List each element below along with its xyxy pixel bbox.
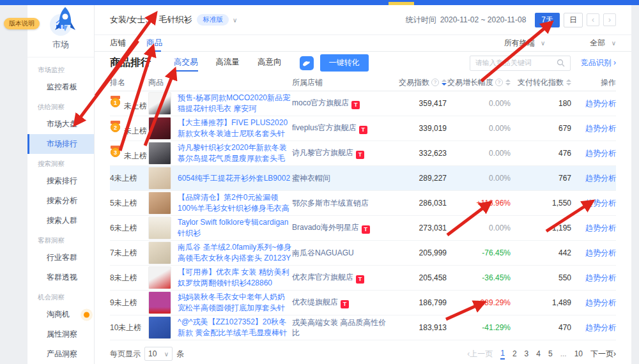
rank-number: 6 xyxy=(110,224,114,232)
next-period-button[interactable]: › xyxy=(603,13,616,26)
trend-analysis-link[interactable]: 趋势分析 xyxy=(585,99,616,108)
scope-filter-dropdown[interactable]: 全部 ∨ xyxy=(590,38,616,49)
version-note-badge[interactable]: 版本说明 xyxy=(4,18,40,29)
sidebar-item-market-ranking[interactable]: 市场排行 xyxy=(27,134,94,154)
sidebar-item-tao-opportunity[interactable]: 淘商机 xyxy=(27,305,94,324)
trend-analysis-link[interactable]: 趋势分析 xyxy=(585,273,616,282)
tab-shop[interactable]: 店铺 xyxy=(110,35,126,52)
trend-analysis-link[interactable]: 趋势分析 xyxy=(585,224,616,232)
pagination-page-1[interactable]: 1 xyxy=(500,349,505,360)
product-name-link[interactable]: 预售-杨幂同款MOCO2020新品宠猫提花针织毛衣 摩安珂 xyxy=(178,93,292,114)
col-growth[interactable]: 交易增长幅度? xyxy=(447,77,511,88)
subtab-high-intent[interactable]: 高意向 xyxy=(258,52,282,73)
product-thumbnail[interactable] xyxy=(148,316,171,339)
sidebar-menu: 市场监控 监控看板 供给洞察 市场大盘 市场排行 搜索洞察 搜索排行 搜索分析 … xyxy=(27,57,94,364)
product-name-link[interactable]: Taylor Swift folklore专辑cardigan针织衫 xyxy=(178,217,292,239)
product-thumbnail[interactable] xyxy=(148,216,171,239)
terminal-filter-dropdown[interactable]: 所有终端 ∨ xyxy=(504,38,546,49)
table-row-highlighted: 4未上榜 6054纯手工提花开衫外套LB9002 蜜神衣帽间T 289,227 … xyxy=(110,166,616,191)
dove-helper-icon[interactable] xyxy=(300,56,314,70)
subtab-high-trade[interactable]: 高交易 xyxy=(174,52,198,73)
trend-analysis-link[interactable]: 趋势分析 xyxy=(585,298,616,307)
product-name-link[interactable]: 【品牌清仓】第2件0元捡漏领100%羊毛衫女针织衫修身毛衣高领套头 xyxy=(178,192,292,214)
shop-name[interactable]: 鄂尔多斯市羊绒直销店T xyxy=(292,199,374,208)
shop-name[interactable]: fiveplus官方旗舰店T xyxy=(292,123,373,132)
product-name-link[interactable]: 妈妈装秋冬毛衣女中老年人奶奶宽松半高领圆领打底加厚套头针织衫 xyxy=(178,292,292,314)
pagination-page-5[interactable]: 5 xyxy=(548,349,553,358)
rocket-icon[interactable] xyxy=(54,6,77,40)
product-thumbnail[interactable] xyxy=(148,92,171,115)
growth-value: 0.00% xyxy=(447,224,511,232)
trend-analysis-link[interactable]: 趋势分析 xyxy=(585,323,616,332)
product-thumbnail[interactable] xyxy=(148,291,171,314)
product-name-link[interactable]: 南瓜谷 圣羊绒2.0family系列~修身高领毛衣女秋冬内搭套头 Z0123Y xyxy=(178,242,292,264)
shop-name[interactable]: 蜜神衣帽间T xyxy=(292,174,335,183)
scope-filter-label: 全部 xyxy=(590,38,605,47)
product-thumbnail[interactable] xyxy=(148,192,171,215)
sidebar-item-monitor-board[interactable]: 监控看板 xyxy=(27,77,94,97)
product-thumbnail[interactable] xyxy=(148,167,171,190)
trend-analysis-link[interactable]: 趋势分析 xyxy=(585,174,616,183)
per-page-select[interactable]: 10∨ xyxy=(144,347,173,361)
tab-product[interactable]: 商品 xyxy=(146,35,162,52)
trend-analysis-link[interactable]: 趋势分析 xyxy=(585,199,616,208)
product-thumbnail[interactable] xyxy=(148,117,171,140)
one-click-convert-button[interactable]: 一键转化 xyxy=(320,54,369,72)
growth-value: -76.45% xyxy=(447,248,511,257)
shop-name[interactable]: 优衣缇旗舰店T xyxy=(292,298,354,307)
range-7day-button[interactable]: 7天 xyxy=(535,13,560,27)
col-trade-index[interactable]: 交易指数? xyxy=(389,77,447,88)
pagination-page-3[interactable]: 3 xyxy=(525,349,529,358)
product-name-link[interactable]: ^@^戎美【ZZ1027352】20秋冬新款 黄金配比羊绒羊毛显瘦棒针毛衣 xyxy=(178,317,292,338)
trend-analysis-link[interactable]: 趋势分析 xyxy=(585,124,616,133)
pagination-page-2[interactable]: 2 xyxy=(512,349,517,358)
sidebar-item-search-ranking[interactable]: 搜索排行 xyxy=(27,171,94,191)
pagination-next[interactable]: 下一页› xyxy=(590,349,616,360)
col-conversion[interactable]: 支付转化指数 xyxy=(511,77,571,88)
product-name-link[interactable]: 诗凡黎针织衫女2020年新款冬装慕尔岛提花气质显瘦厚款套头毛衣女 xyxy=(178,142,292,164)
prev-period-button[interactable]: ‹ xyxy=(587,13,599,26)
help-icon[interactable]: ? xyxy=(495,79,503,86)
growth-value: +116.96% xyxy=(447,199,511,208)
shop-name[interactable]: 南瓜谷NAGUAGUT xyxy=(292,248,359,257)
pagination-page-4[interactable]: 4 xyxy=(536,349,541,358)
chevron-down-icon[interactable]: ∨ xyxy=(233,17,237,24)
sidebar-item-industry-crowd[interactable]: 行业客群 xyxy=(27,248,94,268)
tmall-icon: T xyxy=(362,225,370,234)
product-thumbnail[interactable] xyxy=(148,142,171,165)
pagination-page-10[interactable]: 10 xyxy=(574,349,583,358)
help-icon[interactable]: ? xyxy=(431,79,439,86)
table-row: 10未上榜 ^@^戎美【ZZ1027352】20秋冬新款 黄金配比羊绒羊毛显瘦棒… xyxy=(110,315,616,340)
product-thumbnail[interactable] xyxy=(148,241,171,264)
shop-name[interactable]: moco官方旗舰店T xyxy=(292,98,365,107)
competitor-identify-link[interactable]: 竞品识别 › xyxy=(581,57,616,68)
category-breadcrumb[interactable]: 女装/女士... xyxy=(110,14,152,26)
shop-name[interactable]: Bravado海外明星店T xyxy=(292,223,375,232)
sidebar-item-crowd-insight[interactable]: 客群透视 xyxy=(27,268,94,287)
conversion-value: 1,550 xyxy=(511,199,571,208)
table-row: 1未上榜 预售-杨幂同款MOCO2020新品宠猫提花针织毛衣 摩安珂 moco官… xyxy=(110,91,616,116)
sidebar-item-product-insight[interactable]: 产品洞察 xyxy=(27,344,94,364)
trend-analysis-link[interactable]: 趋势分析 xyxy=(585,149,616,158)
per-page-unit: 条 xyxy=(176,349,184,360)
shop-name[interactable]: 戎美高端女装 高品质高性价比T xyxy=(292,318,386,337)
sidebar-item-market-overview[interactable]: 市场大盘 xyxy=(27,114,94,134)
search-placeholder: 请输入竞品关键词 xyxy=(475,58,557,68)
competitor-search-input[interactable]: 请输入竞品关键词 xyxy=(470,56,571,71)
product-thumbnail[interactable] xyxy=(148,266,171,289)
sidebar-item-search-analysis[interactable]: 搜索分析 xyxy=(27,191,94,211)
sidebar-item-attribute-insight[interactable]: 属性洞察 xyxy=(27,324,94,344)
product-name-link[interactable]: 6054纯手工提花开衫外套LB9002 xyxy=(178,173,290,184)
pagination-prev[interactable]: ‹上一页 xyxy=(467,349,493,360)
product-name-link[interactable]: 【可用券】优衣库 女装 精纺美利奴罗纹两翻领针织衫428860 xyxy=(178,267,292,289)
shop-name[interactable]: 诗凡黎官方旗舰店T xyxy=(292,148,369,157)
trend-analysis-link[interactable]: 趋势分析 xyxy=(585,248,616,257)
conversion-value: 679 xyxy=(511,124,571,133)
shop-name[interactable]: 优衣库官方旗舰店T xyxy=(292,273,369,282)
conversion-value: 470 xyxy=(511,323,571,332)
category-current[interactable]: 毛针织衫 xyxy=(158,14,192,26)
sidebar-item-search-crowd[interactable]: 搜索人群 xyxy=(27,211,94,231)
product-name-link[interactable]: 【大主播推荐】FIVE PLUS2020新款女秋冬装迪士尼联名套头针织衫 xyxy=(178,118,292,139)
range-day-button[interactable]: 日 xyxy=(564,13,583,27)
subtab-high-traffic[interactable]: 高流量 xyxy=(216,52,240,73)
